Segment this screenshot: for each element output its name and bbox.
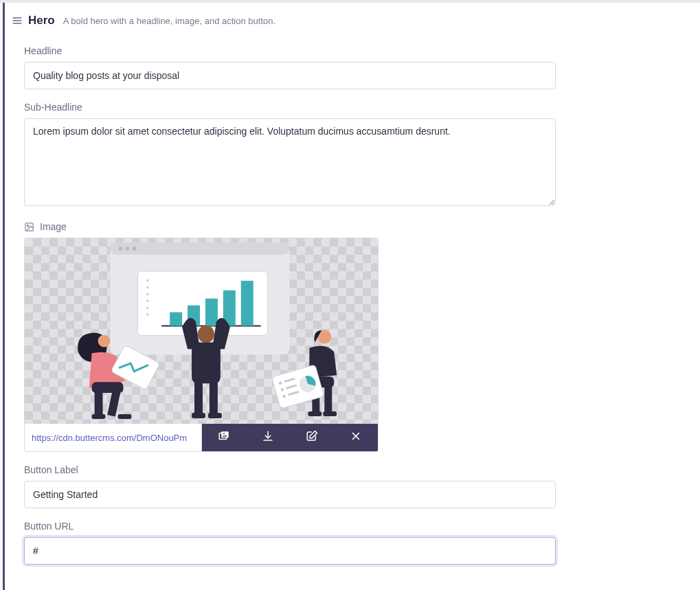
- svg-rect-16: [146, 314, 148, 316]
- svg-rect-31: [95, 392, 103, 416]
- panel-description: A bold hero with a headline, image, and …: [63, 16, 275, 26]
- image-url-link[interactable]: https://cdn.buttercms.com/DmONouPm: [25, 424, 202, 451]
- svg-point-24: [198, 326, 214, 343]
- close-icon: [350, 430, 362, 445]
- svg-point-29: [98, 334, 111, 347]
- svg-rect-25: [194, 382, 203, 415]
- svg-point-52: [223, 433, 225, 434]
- illustration: [25, 238, 378, 423]
- svg-rect-15: [146, 307, 148, 309]
- svg-rect-41: [323, 411, 337, 416]
- svg-rect-26: [210, 382, 218, 415]
- svg-point-4: [27, 225, 29, 227]
- svg-rect-40: [308, 411, 321, 416]
- form-area: Headline Sub-Headline Image: [5, 45, 700, 565]
- svg-rect-27: [192, 413, 205, 418]
- download-image-button[interactable]: [246, 424, 290, 451]
- image-label-text: Image: [40, 221, 67, 232]
- svg-rect-13: [146, 293, 148, 295]
- edit-image-button[interactable]: [290, 424, 334, 451]
- remove-image-button[interactable]: [334, 424, 378, 451]
- headline-label: Headline: [24, 45, 681, 56]
- image-preview[interactable]: [25, 238, 378, 424]
- button-label-label: Button Label: [24, 464, 681, 475]
- button-label-group: Button Label: [24, 464, 681, 508]
- image-toolbar: https://cdn.buttercms.com/DmONouPm: [25, 424, 378, 451]
- button-url-input[interactable]: [24, 537, 556, 565]
- subheadline-group: Sub-Headline: [24, 102, 681, 209]
- replace-image-button[interactable]: [202, 424, 246, 451]
- image-group: Image: [24, 221, 681, 452]
- svg-rect-14: [146, 300, 148, 302]
- edit-icon: [306, 430, 318, 445]
- svg-rect-11: [146, 280, 148, 282]
- button-url-group: Button URL: [24, 521, 681, 565]
- headline-group: Headline: [24, 45, 681, 89]
- image-label: Image: [24, 221, 681, 232]
- svg-rect-12: [146, 286, 148, 288]
- subheadline-textarea[interactable]: [24, 118, 556, 206]
- panel-header: Hero A bold hero with a headline, image,…: [5, 3, 700, 33]
- svg-rect-28: [208, 413, 222, 418]
- replace-image-icon: [218, 430, 230, 445]
- svg-rect-30: [92, 382, 124, 393]
- svg-point-7: [118, 247, 122, 251]
- svg-rect-33: [92, 414, 106, 419]
- svg-point-9: [132, 247, 136, 251]
- button-url-label: Button URL: [24, 521, 681, 532]
- svg-point-8: [125, 247, 129, 251]
- button-label-input[interactable]: [24, 481, 556, 508]
- svg-rect-6: [111, 242, 290, 255]
- image-icon: [24, 222, 34, 232]
- download-icon: [262, 430, 274, 445]
- headline-input[interactable]: [24, 62, 556, 89]
- svg-rect-34: [117, 414, 131, 419]
- hero-section-panel: Hero A bold hero with a headline, image,…: [3, 3, 700, 590]
- svg-rect-18: [170, 313, 182, 326]
- svg-rect-51: [221, 431, 229, 438]
- image-actions: [202, 424, 378, 451]
- svg-rect-20: [205, 299, 218, 326]
- svg-rect-22: [241, 281, 253, 326]
- panel-title: Hero: [28, 14, 55, 27]
- svg-rect-39: [324, 386, 332, 413]
- image-widget: https://cdn.buttercms.com/DmONouPm: [24, 238, 379, 452]
- drag-handle-icon[interactable]: [12, 15, 23, 26]
- subheadline-label: Sub-Headline: [24, 102, 681, 113]
- svg-rect-32: [107, 391, 120, 417]
